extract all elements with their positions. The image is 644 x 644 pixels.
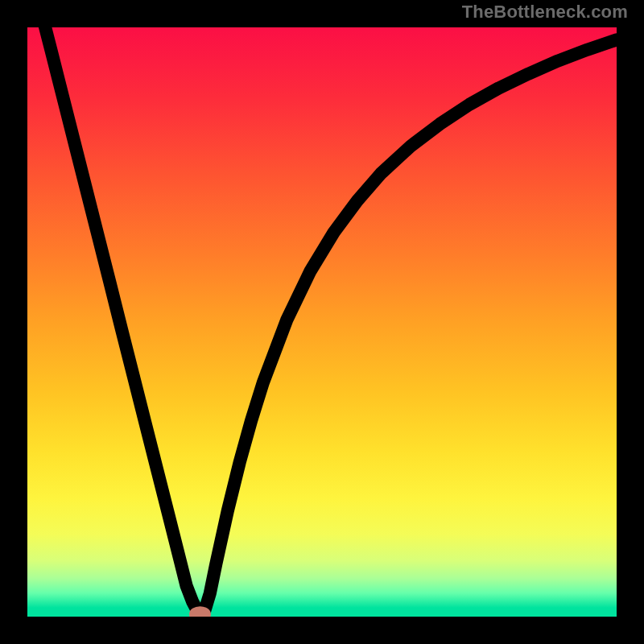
chart-svg (27, 27, 617, 617)
plot-area (27, 27, 617, 617)
chart-frame: TheBottleneck.com (0, 0, 644, 644)
optimum-marker (191, 608, 209, 617)
watermark-text: TheBottleneck.com (462, 2, 628, 23)
